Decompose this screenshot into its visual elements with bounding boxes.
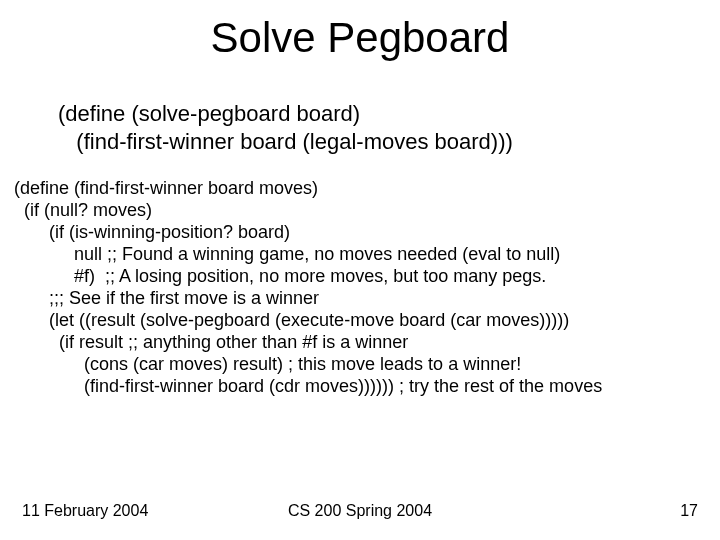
code-line: null ;; Found a winning game, no moves n…	[14, 244, 560, 264]
footer-course: CS 200 Spring 2004	[0, 502, 720, 520]
slide: Solve Pegboard (define (solve-pegboard b…	[0, 0, 720, 540]
code-block-solve-pegboard: (define (solve-pegboard board) (find-fir…	[58, 100, 700, 155]
code-line: (find-first-winner board (legal-moves bo…	[58, 129, 513, 154]
code-line: (find-first-winner board (cdr moves)))))…	[14, 376, 602, 396]
code-line: (if (null? moves)	[14, 200, 152, 220]
footer-page-number: 17	[680, 502, 698, 520]
code-line: (cons (car moves) result) ; this move le…	[14, 354, 521, 374]
code-line: #f) ;; A losing position, no more moves,…	[14, 266, 546, 286]
code-line: ;;; See if the first move is a winner	[14, 288, 319, 308]
code-line: (if (is-winning-position? board)	[14, 222, 290, 242]
code-block-find-first-winner: (define (find-first-winner board moves) …	[14, 178, 710, 398]
code-line: (define (solve-pegboard board)	[58, 101, 360, 126]
slide-title: Solve Pegboard	[0, 14, 720, 62]
code-line: (let ((result (solve-pegboard (execute-m…	[14, 310, 569, 330]
code-line: (define (find-first-winner board moves)	[14, 178, 318, 198]
code-line: (if result ;; anything other than #f is …	[14, 332, 408, 352]
